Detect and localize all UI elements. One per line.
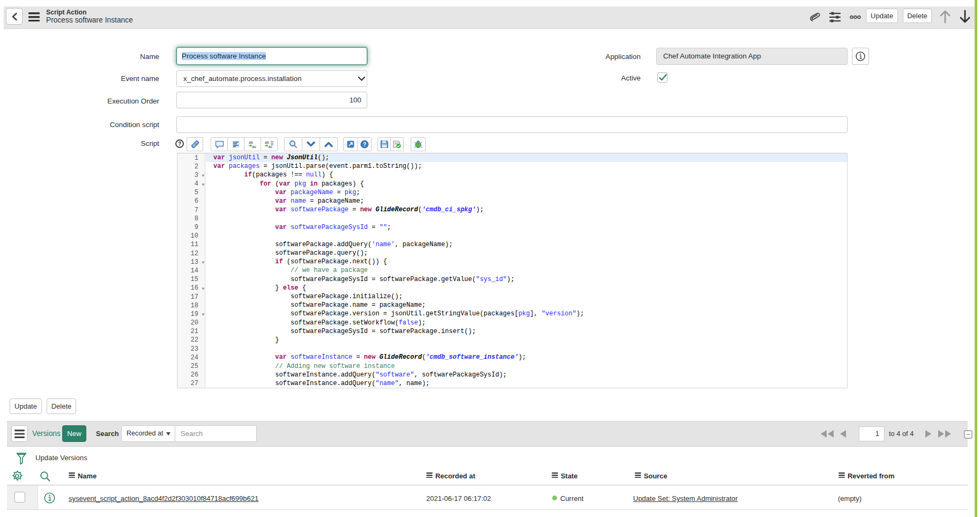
svg-text:ab: ab [249, 141, 253, 144]
svg-text:ab: ab [265, 141, 269, 144]
svg-text:?: ? [362, 142, 366, 147]
svg-text:?: ? [178, 141, 181, 147]
svg-text:ac: ac [253, 145, 257, 149]
